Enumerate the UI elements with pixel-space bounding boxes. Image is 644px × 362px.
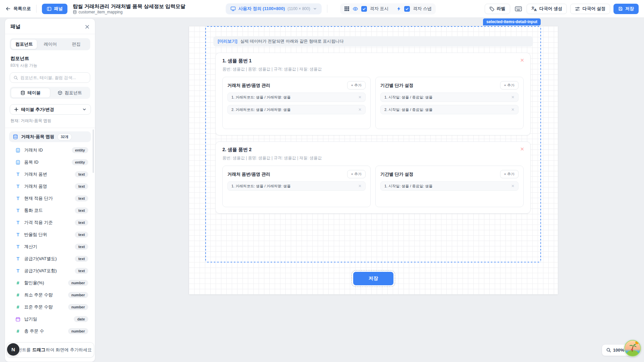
text-icon: T <box>15 184 21 189</box>
field-row[interactable]: T 거래처 품번 text <box>5 168 95 180</box>
field-row[interactable]: # 최소 주문 수량 number <box>5 289 95 301</box>
lightning-icon <box>396 6 401 11</box>
plus-icon <box>14 107 18 112</box>
component-panel: 패널 컴포넌트 레이어 편집 컴포넌트 83개 사용 가능 테이블 <box>5 18 95 362</box>
page-title-block: 탑씰 거래처관리 거래처별 품목 상세정보 입력모달 customer_item… <box>73 3 185 14</box>
keyboard-shortcuts-button[interactable] <box>514 4 523 14</box>
type-badge: text <box>75 220 88 226</box>
divider <box>36 5 37 13</box>
list-item: 2. 시작일: 샘플 / 종료일: 샘플 ✕ <box>380 105 519 114</box>
add-row-button[interactable]: + 추가 <box>500 81 519 89</box>
grid-icon <box>344 6 350 11</box>
divider <box>327 5 327 13</box>
add-change-table-button[interactable]: 테이블 추가/변경 <box>10 104 91 115</box>
remove-row-icon[interactable]: ✕ <box>511 184 515 188</box>
number-icon: # <box>15 304 21 310</box>
divider <box>5 128 95 128</box>
grid-snap-label: 격자 스냅 <box>413 6 432 12</box>
text-icon: T <box>15 220 21 225</box>
field-row[interactable]: T 계산기 text <box>5 241 95 253</box>
field-row[interactable]: T 공급가(VAT별도) text <box>5 253 95 265</box>
remove-row-icon[interactable]: ✕ <box>358 107 362 112</box>
field-row[interactable]: T 현재 적용 단가 text <box>5 192 95 204</box>
field-row[interactable]: T 가격 적용 기준 text <box>5 217 95 229</box>
design-canvas[interactable]: [미리보기] 실제 데이터가 전달되면 아래와 같은 형태로 표시됩니다 1. … <box>189 26 558 294</box>
chevron-down-icon <box>82 107 87 112</box>
field-row[interactable]: # 총 주문 수 number <box>5 325 95 337</box>
type-badge: number <box>68 328 88 334</box>
i18n-generate-button[interactable]: 文A 다국어 생성 <box>527 4 567 14</box>
type-badge: date <box>74 316 88 322</box>
add-row-button[interactable]: + 추가 <box>347 170 366 178</box>
tab-components-source[interactable]: 컴포넌트 <box>50 88 89 98</box>
panel-toggle-button[interactable]: 패널 <box>42 4 67 14</box>
drag-hint: 컴포넌트를 드래그하여 화면에 추가하세요 <box>6 342 94 358</box>
item-card-title: 1. 샘플 품번 1 <box>222 58 524 64</box>
remove-item-icon[interactable]: ✕ <box>520 146 524 152</box>
field-row[interactable]: 납기일 date <box>5 313 95 325</box>
tag-icon <box>489 6 494 11</box>
text-icon: T <box>15 244 21 249</box>
remove-row-icon[interactable]: ✕ <box>511 95 515 100</box>
viewport-size-selector[interactable]: 사용자 정의 (1100×800) (1100 × 800) <box>226 3 322 14</box>
vendor-codes-panel: 거래처 품번/품명 관리 + 추가 1. 거래처코드: 샘플 / 거래처명: 샘… <box>222 77 371 129</box>
text-icon: T <box>15 172 21 177</box>
number-icon: # <box>15 280 21 286</box>
table-group-header[interactable]: 거래처-품목 맵핑 32개 <box>9 131 91 142</box>
monitor-icon <box>230 6 236 11</box>
text-icon: T <box>15 208 21 213</box>
tab-tables[interactable]: 테이블 <box>11 88 50 98</box>
tab-components[interactable]: 컴포넌트 <box>11 39 37 49</box>
type-badge: number <box>68 292 88 298</box>
field-row[interactable]: T 반올림 단위 text <box>5 229 95 241</box>
close-icon[interactable] <box>85 24 90 29</box>
text-icon: T <box>15 256 21 261</box>
tab-layers[interactable]: 레이어 <box>37 39 63 49</box>
field-row[interactable]: T 거래처 품명 text <box>5 180 95 192</box>
entity-icon <box>15 160 21 165</box>
field-row[interactable]: 품목 ID entity <box>5 156 95 168</box>
remove-row-icon[interactable]: ✕ <box>511 107 515 112</box>
text-icon: T <box>15 268 21 274</box>
search-icon <box>13 75 18 80</box>
field-row[interactable]: 거래처 ID entity <box>5 144 95 156</box>
database-icon <box>20 90 25 95</box>
selected-element-label: selected-items-detail-input <box>483 18 541 25</box>
search-input[interactable] <box>20 75 87 80</box>
type-badge: text <box>75 268 88 274</box>
field-row[interactable]: T 통화 코드 text <box>5 204 95 217</box>
remove-row-icon[interactable]: ✕ <box>358 184 362 188</box>
panel-heading: 기간별 단가 설정 <box>380 82 413 88</box>
scrollbar-thumb[interactable] <box>93 129 94 173</box>
sliders-icon <box>575 6 580 11</box>
field-row[interactable]: # 표준 주문 수량 number <box>5 301 95 313</box>
label-button[interactable]: 라벨 <box>485 4 510 14</box>
translate-icon: 文A <box>531 6 537 11</box>
modal-save-button[interactable]: 저장 <box>353 272 393 285</box>
remove-row-icon[interactable]: ✕ <box>358 95 362 100</box>
grid-show-checkbox[interactable] <box>361 6 367 12</box>
eye-icon <box>353 6 358 12</box>
back-to-list-button[interactable]: 목록으로 <box>5 6 31 12</box>
item-card-subtitle: 품번: 샘플값 | 품명: 샘플값 | 규격: 샘플값 | 재질: 샘플값 <box>222 155 524 161</box>
add-row-button[interactable]: + 추가 <box>500 170 519 178</box>
components-heading: 컴포넌트 <box>10 56 90 62</box>
component-search[interactable] <box>10 72 90 83</box>
selected-container[interactable]: [미리보기] 실제 데이터가 전달되면 아래와 같은 형태로 표시됩니다 1. … <box>205 26 541 262</box>
list-item: 1. 거래처코드: 샘플 / 거래처명: 샘플 ✕ <box>227 93 366 102</box>
type-badge: entity <box>72 147 88 153</box>
field-row[interactable]: # 할인율(%) number <box>5 277 95 289</box>
list-item: 2. 거래처코드: 샘플 / 거래처명: 샘플 ✕ <box>227 105 366 114</box>
remove-item-icon[interactable]: ✕ <box>520 58 524 63</box>
period-price-panel: 기간별 단가 설정 + 추가 1. 시작일: 샘플 / 종료일: 샘플 ✕ 2.… <box>375 77 524 129</box>
tab-edit[interactable]: 편집 <box>63 39 89 49</box>
panel-heading: 기간별 단가 설정 <box>380 171 413 177</box>
type-badge: text <box>75 256 88 262</box>
i18n-settings-button[interactable]: 다국어 설정 <box>570 4 610 14</box>
table-group-name: 거래처-품목 맵핑 <box>21 134 54 140</box>
period-price-panel: 기간별 단가 설정 + 추가 1. 시작일: 샘플 / 종료일: 샘플 ✕ <box>375 166 524 207</box>
add-row-button[interactable]: + 추가 <box>347 81 366 89</box>
grid-snap-checkbox[interactable] <box>404 6 410 12</box>
save-button[interactable]: 저장 <box>613 4 639 14</box>
field-row[interactable]: T 공급가(VAT포함) text <box>5 265 95 277</box>
